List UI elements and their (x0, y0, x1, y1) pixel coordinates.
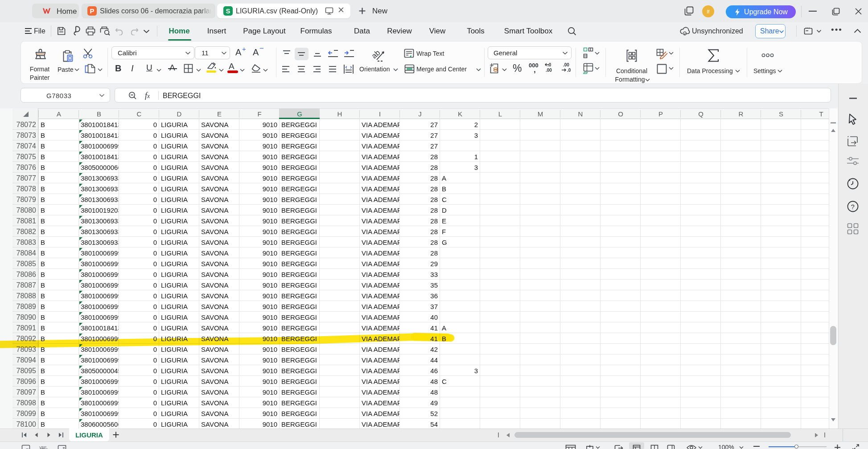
svg-text:.0: .0 (567, 68, 571, 73)
svg-text:ab: ab (371, 49, 382, 61)
svg-text:.00: .00 (563, 62, 569, 67)
svg-text:?: ? (851, 203, 855, 210)
svg-text:VBP: VBP (39, 445, 46, 449)
svg-text:.00: .00 (546, 68, 552, 73)
